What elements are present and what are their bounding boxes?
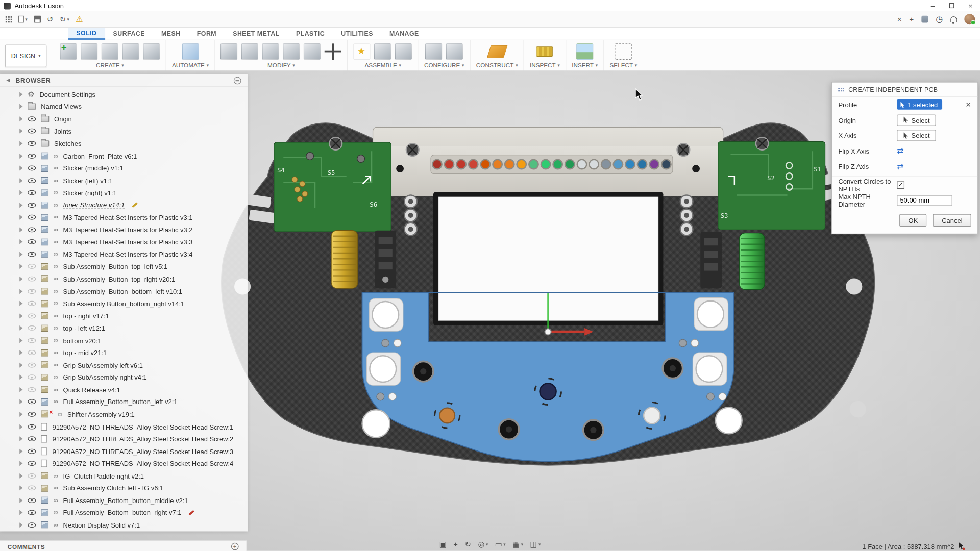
collapse-tree-icon[interactable] <box>234 77 241 84</box>
visibility-eye-icon[interactable] <box>28 363 36 368</box>
tab-form[interactable]: FORM <box>189 28 225 39</box>
ribbon-group-label[interactable]: ASSEMBLE▾ <box>365 62 401 69</box>
expand-arrow-icon[interactable] <box>19 325 22 331</box>
visibility-eye-icon[interactable] <box>28 227 36 232</box>
expand-arrow-icon[interactable] <box>19 387 22 392</box>
warning-icon[interactable]: ⚠ <box>76 15 83 23</box>
visibility-eye-icon[interactable] <box>28 473 36 479</box>
visibility-eye-icon[interactable] <box>28 510 36 515</box>
browser-item[interactable]: Named Views <box>0 101 248 113</box>
flip-z-icon[interactable]: ⇄ <box>897 162 903 170</box>
visibility-eye-icon[interactable] <box>28 264 36 269</box>
visibility-eye-icon[interactable] <box>28 313 36 318</box>
browser-item[interactable]: ∞bottom v20:1 <box>0 334 248 346</box>
visibility-eye-icon[interactable] <box>28 203 36 208</box>
browser-item[interactable]: 91290A572_NO THREADS_Alloy Steel Socket … <box>0 433 248 445</box>
browser-item[interactable]: ∞Full Assembly_Bottom_button_right v7:1 <box>0 507 248 519</box>
browser-item[interactable]: ∞Full Assembly_Bottom_button_middle v2:1 <box>0 494 248 507</box>
tab-plastic[interactable]: PLASTIC <box>288 28 333 39</box>
zoom-window-icon[interactable]: ◎▾ <box>476 540 490 549</box>
visibility-eye-icon[interactable] <box>28 252 36 257</box>
browser-item[interactable]: ∞top - mid v21:1 <box>0 346 248 359</box>
visibility-eye-icon[interactable] <box>28 141 36 146</box>
visibility-eye-icon[interactable] <box>28 178 36 183</box>
browser-item[interactable]: ∞M3 Tapered Heat-Set Inserts for Plastic… <box>0 236 248 248</box>
tab-utilities[interactable]: UTILITIES <box>333 28 381 39</box>
notifications-bell-icon[interactable] <box>950 16 957 22</box>
visibility-eye-icon[interactable] <box>28 215 36 220</box>
viewports-icon[interactable]: ◫▾ <box>528 540 543 549</box>
expand-arrow-icon[interactable] <box>19 436 22 441</box>
visibility-eye-icon[interactable] <box>28 387 36 392</box>
visibility-eye-icon[interactable] <box>28 486 36 491</box>
expand-arrow-icon[interactable] <box>19 190 22 195</box>
browser-item[interactable]: ∞Carbon_Front_Plate v6:1 <box>0 149 248 162</box>
browser-item[interactable]: ∞Sub Assembly Button_bottom_right v14:1 <box>0 297 248 310</box>
expand-arrow-icon[interactable] <box>19 424 22 429</box>
tab-solid[interactable]: SOLID <box>68 28 105 39</box>
visibility-eye-icon[interactable] <box>28 301 36 306</box>
browser-item[interactable]: ∞Sub Assembly Clutch left - IG v6:1 <box>0 482 248 494</box>
profile-selected-chip[interactable]: 1 selected <box>897 99 942 110</box>
browser-item[interactable]: ∞Sub Assembly_Button_top_right v20:1 <box>0 273 248 285</box>
visibility-eye-icon[interactable] <box>28 522 36 528</box>
pan-icon[interactable]: + <box>452 540 460 549</box>
minimize-button[interactable]: – <box>923 0 942 11</box>
browser-item[interactable]: ∞top - right v17:1 <box>0 310 248 322</box>
shell-icon[interactable] <box>262 43 279 60</box>
design-workspace-dropdown[interactable]: DESIGN ▾ <box>5 44 46 67</box>
visibility-eye-icon[interactable] <box>28 424 36 429</box>
ribbon-group-label[interactable]: INSERT▾ <box>572 62 598 69</box>
browser-item[interactable]: ∞M3 Tapered Heat-Set Inserts for Plastic… <box>0 223 248 236</box>
ribbon-group-label[interactable]: INSPECT▾ <box>530 62 560 69</box>
move-icon[interactable] <box>325 43 341 60</box>
expand-arrow-icon[interactable] <box>19 166 22 171</box>
maximize-button[interactable] <box>942 0 961 11</box>
expand-arrow-icon[interactable] <box>19 116 22 121</box>
close-button[interactable]: × <box>961 0 980 11</box>
expand-arrow-icon[interactable] <box>19 412 22 417</box>
expand-arrow-icon[interactable] <box>19 289 22 294</box>
origin-select-button[interactable]: Select <box>897 114 936 126</box>
ribbon-group-label[interactable]: AUTOMATE▾ <box>172 62 209 69</box>
browser-item[interactable]: ∞Grip SubAssembly right v4:1 <box>0 371 248 384</box>
expand-arrow-icon[interactable] <box>19 153 22 158</box>
visibility-eye-icon[interactable] <box>28 129 36 134</box>
pattern-icon[interactable] <box>143 43 160 60</box>
expand-arrow-icon[interactable] <box>19 498 22 503</box>
browser-item[interactable]: ⚙Document Settings <box>0 88 248 101</box>
browser-item[interactable]: ∞Sticker (left) v1:1 <box>0 174 248 187</box>
dialog-header[interactable]: CREATE INDEPENDENT PCB <box>832 83 977 97</box>
max-npth-diameter-input[interactable] <box>897 195 952 206</box>
add-comment-icon[interactable]: + <box>231 543 239 550</box>
redo-icon[interactable]: ↻▾ <box>60 15 69 23</box>
app-launcher-icon[interactable] <box>5 16 12 23</box>
tab-surface[interactable]: SURFACE <box>105 28 154 39</box>
revolve-icon[interactable] <box>102 43 118 60</box>
ribbon-group-label[interactable]: SELECT▾ <box>609 62 637 69</box>
browser-item[interactable]: ×∞Shifter Assembly v19:1 <box>0 408 248 420</box>
browser-item[interactable]: ∞Sticker (middle) v1:1 <box>0 162 248 174</box>
construction-plane-icon[interactable] <box>486 45 507 58</box>
expand-arrow-icon[interactable] <box>19 104 22 109</box>
browser-item[interactable]: ∞Sub Assembly_Button_bottom_left v10:1 <box>0 285 248 297</box>
visibility-eye-icon[interactable] <box>28 399 36 405</box>
expand-arrow-icon[interactable] <box>19 461 22 466</box>
rigid-group-icon[interactable] <box>395 43 412 60</box>
visibility-eye-icon[interactable] <box>28 338 36 343</box>
browser-item[interactable]: 91290A572_NO THREADS_Alloy Steel Socket … <box>0 420 248 433</box>
visibility-eye-icon[interactable] <box>28 277 36 282</box>
browser-item[interactable]: Sketches <box>0 137 248 149</box>
visibility-eye-icon[interactable] <box>28 116 36 121</box>
visibility-eye-icon[interactable] <box>28 461 36 466</box>
combine-icon[interactable] <box>283 43 300 60</box>
visibility-eye-icon[interactable] <box>28 375 36 380</box>
browser-item[interactable]: ∞M3 Tapered Heat-Set Inserts for Plastic… <box>0 248 248 260</box>
expand-arrow-icon[interactable] <box>19 178 22 183</box>
visibility-eye-icon[interactable] <box>28 239 36 244</box>
ok-button[interactable]: OK <box>899 214 926 227</box>
expand-arrow-icon[interactable] <box>19 313 22 318</box>
expand-arrow-icon[interactable] <box>19 252 22 257</box>
steering-wheel-model[interactable]: S4 S5 S6 S1 S2 S3 <box>214 101 882 478</box>
cancel-button[interactable]: Cancel <box>933 214 971 227</box>
